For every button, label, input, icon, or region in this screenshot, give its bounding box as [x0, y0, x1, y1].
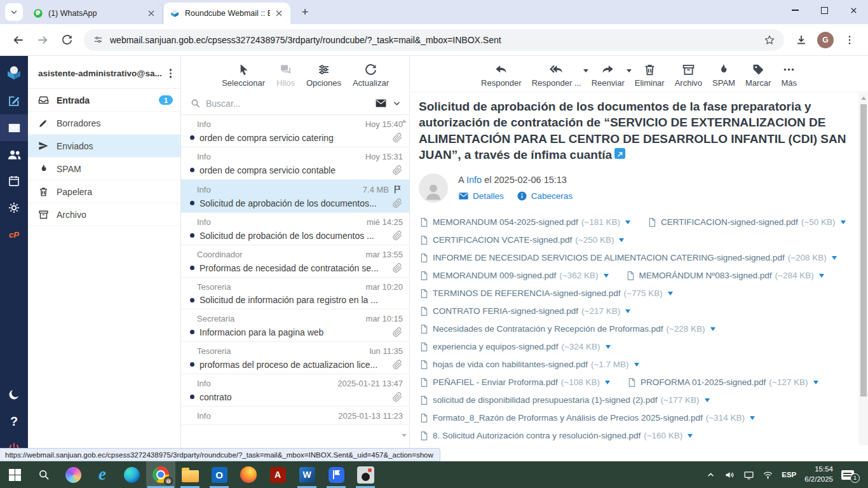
- attachment-link[interactable]: MEMORÁNDUM Nº083-signed.pdf(~284 KB): [625, 271, 824, 281]
- attachment-link[interactable]: 8. Solicitud Autorización contra y resol…: [419, 431, 693, 441]
- scrollbar-thumb[interactable]: [860, 104, 867, 396]
- attachment-link[interactable]: CERTIFICACION-signed-signed.pdf(~50 KB): [647, 217, 846, 227]
- notification-center-icon[interactable]: 1: [841, 470, 854, 480]
- search-scope-mail-icon[interactable]: [375, 97, 387, 109]
- bookmark-star-icon[interactable]: [764, 34, 775, 46]
- language-indicator[interactable]: ESP: [782, 471, 796, 478]
- attachment-menu-caret-icon[interactable]: [841, 220, 846, 224]
- message-row[interactable]: InfoHoy 15:40orden de compra servicio ca…: [181, 115, 409, 147]
- list-scroll-down-icon[interactable]: [402, 434, 407, 437]
- taskbar-word[interactable]: W: [292, 461, 322, 488]
- message-row[interactable]: Info2025-01-13 11:23: [181, 407, 409, 425]
- cast-icon[interactable]: [743, 470, 754, 480]
- cpanel-icon[interactable]: cP: [0, 221, 28, 248]
- back-button[interactable]: [9, 30, 28, 50]
- mail-button-reenviar[interactable]: Reenviar: [588, 62, 628, 89]
- attachment-menu-caret-icon[interactable]: [705, 398, 710, 402]
- details-toggle[interactable]: Detalles: [458, 191, 504, 201]
- attachment-menu-caret-icon[interactable]: [688, 434, 693, 438]
- account-menu-icon[interactable]: [167, 69, 175, 78]
- taskbar-chrome[interactable]: G: [146, 461, 175, 488]
- attachment-link[interactable]: MEMORANDUM 054-2025-signed.pdf(~181 KB): [419, 217, 630, 227]
- attachment-menu-caret-icon[interactable]: [668, 292, 673, 295]
- taskbar-acrobat[interactable]: A: [263, 461, 292, 488]
- search-options-chevron-icon[interactable]: [392, 98, 402, 108]
- message-row[interactable]: InfoHoy 15:31orden de compra servicio co…: [181, 147, 409, 180]
- folder-item-enviados[interactable]: Enviados: [28, 135, 180, 158]
- taskbar-edge[interactable]: [117, 461, 146, 488]
- list-button-seleccionar[interactable]: Seleccionar: [218, 62, 269, 89]
- calendar-nav-icon[interactable]: [0, 168, 28, 194]
- recipient-link[interactable]: Info: [466, 175, 482, 185]
- settings-nav-icon[interactable]: [0, 194, 28, 221]
- new-tab-button[interactable]: +: [297, 4, 313, 20]
- taskbar-start-button[interactable]: [0, 461, 29, 488]
- attachment-menu-caret-icon[interactable]: [619, 238, 624, 242]
- dark-mode-icon[interactable]: [0, 381, 28, 408]
- taskbar-internet-explorer[interactable]: e: [88, 461, 117, 488]
- mail-button-responder[interactable]: Responder: [477, 62, 526, 89]
- taskbar-copilot[interactable]: [58, 461, 88, 488]
- tab-whatsapp[interactable]: (1) WhatsApp: [27, 3, 163, 24]
- message-row[interactable]: Info2025-01-21 13:47contrato: [181, 374, 409, 407]
- attachment-menu-caret-icon[interactable]: [819, 274, 824, 278]
- attachment-menu-caret-icon[interactable]: [813, 381, 818, 384]
- tab-search-button[interactable]: [5, 3, 23, 21]
- list-button-actualizar[interactable]: Actualizar: [349, 62, 393, 89]
- folder-item-borradores[interactable]: Borradores: [28, 112, 180, 135]
- close-window-button[interactable]: [839, 0, 868, 20]
- tab-close-icon[interactable]: [274, 8, 284, 18]
- attachment-link[interactable]: experiencia y equipos-signed.pdf(~324 KB…: [419, 342, 611, 352]
- account-header[interactable]: asistente-administrativo@sa...: [28, 56, 180, 89]
- attachment-link[interactable]: CERTIFICACION VCATE-signed.pdf(~250 KB): [419, 235, 624, 245]
- mail-button-spam[interactable]: SPAM: [709, 62, 739, 89]
- mail-button-archivo[interactable]: Archivo: [671, 62, 706, 89]
- taskbar-taskbar-search[interactable]: [29, 461, 58, 488]
- mail-nav-icon[interactable]: [0, 114, 28, 141]
- attachment-menu-caret-icon[interactable]: [625, 220, 630, 224]
- taskbar-outlook[interactable]: O: [205, 461, 234, 488]
- profile-avatar[interactable]: G: [817, 32, 834, 48]
- attachment-menu-caret-icon[interactable]: [604, 274, 609, 278]
- folder-item-spam[interactable]: SPAM: [28, 158, 180, 180]
- taskbar-firefox[interactable]: [234, 461, 263, 488]
- mail-button-responder[interactable]: Responder ...: [528, 62, 585, 89]
- headers-toggle[interactable]: Cabeceras: [517, 191, 573, 201]
- contacts-nav-icon[interactable]: [0, 141, 28, 168]
- attachment-link[interactable]: INFORME DE NECESIDAD SERVICIOS DE ALIMEN…: [419, 253, 837, 263]
- search-input[interactable]: [206, 98, 370, 109]
- forward-button[interactable]: [33, 30, 52, 50]
- attachment-link[interactable]: PROFORMA 01-2025-signed.pdf(~127 KB): [627, 377, 818, 388]
- attachment-menu-caret-icon[interactable]: [750, 416, 755, 420]
- attachment-menu-caret-icon[interactable]: [605, 381, 610, 384]
- taskbar-blue-flag-app[interactable]: [322, 461, 351, 488]
- attachment-link[interactable]: Formato_8_Razón de Proformas y Análisis …: [419, 413, 755, 423]
- volume-icon[interactable]: [724, 470, 735, 480]
- url-bar[interactable]: webmail.sanjuan.gob.ec/cpsess3272438975/…: [84, 29, 784, 51]
- browser-menu-icon[interactable]: [840, 30, 859, 50]
- taskbar-file-explorer[interactable]: [175, 461, 205, 488]
- maximize-button[interactable]: [810, 0, 839, 20]
- mail-button-eliminar[interactable]: Eliminar: [631, 62, 668, 89]
- attachment-link[interactable]: TERMINOS DE REFERENCIA-signed-signed.pdf…: [419, 288, 673, 299]
- attachment-menu-caret-icon[interactable]: [710, 327, 715, 331]
- attachment-link[interactable]: hojas de vida con habilitantes-signed.pd…: [419, 360, 639, 370]
- message-row[interactable]: Tesoreriamar 10:20Solicitud de informaci…: [181, 278, 409, 309]
- mail-button-marcar[interactable]: Marcar: [742, 62, 775, 89]
- wifi-icon[interactable]: [763, 470, 773, 480]
- help-icon[interactable]: ?: [0, 408, 28, 435]
- message-row[interactable]: Coordinadormar 13:55Proformas de necesid…: [181, 245, 409, 278]
- message-row[interactable]: Tesorerialun 11:35proformas del proceso …: [181, 342, 409, 374]
- folder-item-papelera[interactable]: Papelera: [28, 180, 180, 203]
- folder-item-entrada[interactable]: Entrada1: [28, 89, 180, 112]
- message-row[interactable]: Info7.4 MBSolicitud de aprobación de los…: [181, 180, 409, 213]
- attachment-link[interactable]: MEMORANDUM 009-signed.pdf(~362 KB): [419, 271, 609, 281]
- reload-button[interactable]: [57, 30, 76, 50]
- list-button-opciones[interactable]: Opciones: [302, 62, 345, 89]
- minimize-button[interactable]: [780, 0, 810, 20]
- site-info-icon[interactable]: [93, 34, 104, 45]
- scroll-up-icon[interactable]: [861, 97, 866, 100]
- attachment-link[interactable]: CONTRATO FERIA-signed-signed.pdf(~217 KB…: [419, 306, 630, 316]
- list-scroll-up-icon[interactable]: [402, 119, 407, 123]
- taskbar-clock[interactable]: 15:54 6/2/2025: [804, 464, 833, 484]
